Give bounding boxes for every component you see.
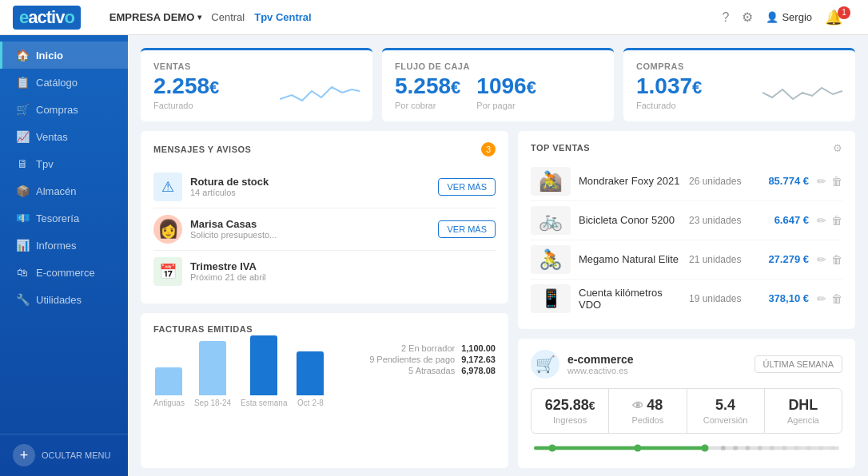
progress-svg <box>534 442 839 454</box>
mensajes-title: MENSAJES Y AVISOS <box>153 145 251 154</box>
central-link[interactable]: Central <box>211 11 245 23</box>
edit-icon-1[interactable]: ✏ <box>817 214 826 227</box>
delete-icon-1[interactable]: 🗑 <box>831 214 842 227</box>
delete-icon-3[interactable]: 🗑 <box>831 292 842 305</box>
tv-units-3: 19 unidades <box>689 293 745 304</box>
settings-icon[interactable]: ⚙ <box>742 10 753 25</box>
msg-item-trimestre: 📅 Trimestre IVA Próximo 21 de abril <box>153 251 496 292</box>
top-ventas-card: TOP VENTAS ⚙ 🚵 Mondraker Foxy 2021 26 un… <box>518 131 855 329</box>
ecommerce-card: 🛒 e-commerce www.eactivo.es ÚLTIMA SEMAN… <box>518 339 855 468</box>
tv-actions-1: ✏ 🗑 <box>817 214 842 227</box>
svg-point-8 <box>794 446 798 450</box>
sidebar-item-informes[interactable]: 📊 Informes <box>0 232 128 259</box>
help-icon[interactable]: ? <box>723 10 730 25</box>
legend-row-2: 5 Atrasadas 6,978.08 <box>408 366 496 375</box>
sidebar-item-tpv[interactable]: 🖥 Tpv <box>0 150 128 177</box>
sidebar-item-ecommerce[interactable]: 🛍 E-commerce <box>0 259 128 286</box>
semana-button[interactable]: ÚLTIMA SEMANA <box>755 355 842 373</box>
rotura-icon: ⚠ <box>153 173 182 201</box>
sidebar-item-catalogo[interactable]: 📋 Catálogo <box>0 69 128 96</box>
user-icon: 👤 <box>766 11 778 23</box>
facturas-title: FACTURAS EMITIDAS <box>153 324 253 334</box>
middle-row: MENSAJES Y AVISOS 3 ⚠ Rotura de stock 14… <box>141 131 855 468</box>
svg-rect-1 <box>534 446 705 450</box>
compras-sparkline <box>762 75 842 110</box>
trimestre-text: Trimestre IVA Próximo 21 de abril <box>190 260 496 282</box>
utilities-icon: 🔧 <box>15 293 30 306</box>
svg-point-6 <box>770 446 774 450</box>
gear-icon[interactable]: ⚙ <box>833 142 842 154</box>
rotura-ver-mas-button[interactable]: VER MÁS <box>438 178 496 196</box>
tv-actions-0: ✏ 🗑 <box>817 175 842 188</box>
top-cards-row: VENTAS 2.258€ Facturado FLUJO DE CAJA <box>141 48 855 121</box>
rotura-text: Rotura de stock 14 artículos <box>190 176 430 197</box>
topnav-right: ? ⚙ 👤 Sergio 🔔 1 <box>723 9 855 26</box>
tv-row-3: 📱 Cuenta kilómetros VDO 19 unidades 378,… <box>531 280 842 318</box>
hide-menu-area[interactable]: + OCULTAR MENU <box>0 434 128 476</box>
marisa-text: Marisa Casas Solicito presupuesto... <box>190 218 430 240</box>
ventas-value: 2.258€ <box>153 74 219 99</box>
bar-esta-fill <box>250 335 277 395</box>
shopping-icon: 🛒 <box>15 103 30 116</box>
sidebar-item-inicio[interactable]: 🏠 Inicio <box>0 42 128 69</box>
calendar-icon: 📅 <box>153 257 182 286</box>
chevron-down-icon: ▾ <box>197 13 201 22</box>
user-menu[interactable]: 👤 Sergio <box>766 11 812 23</box>
edit-icon-3[interactable]: ✏ <box>817 292 826 305</box>
ecommerce-info: e-commerce www.eactivo.es <box>567 353 634 375</box>
sales-icon: 📈 <box>15 130 30 143</box>
delete-icon-2[interactable]: 🗑 <box>831 253 842 266</box>
sidebar: 🏠 Inicio 📋 Catálogo 🛒 Compras 📈 Ventas 🖥… <box>0 35 128 476</box>
top-ventas-header: TOP VENTAS ⚙ <box>531 142 842 154</box>
topnav-links: EMPRESA DEMO ▾ Central Tpv Central <box>109 11 312 23</box>
marisa-ver-mas-button[interactable]: VER MÁS <box>438 220 496 238</box>
tv-name-0: Mondraker Foxy 2021 <box>579 175 681 187</box>
ec-metric-conversion: 5.4 Conversión <box>687 389 765 433</box>
logo[interactable]: eactivo <box>13 6 81 30</box>
bar-sep-fill <box>199 341 226 395</box>
notif-badge: 1 <box>838 6 850 19</box>
home-icon: 🏠 <box>15 49 30 61</box>
tv-name-1: Bicicleta Conor 5200 <box>579 214 681 226</box>
msg-item-rotura: ⚠ Rotura de stock 14 artículos VER MÁS <box>153 166 496 208</box>
tv-row-2: 🚴 Megamo Natural Elite 21 unidades 27.27… <box>531 240 842 280</box>
legend-row-0: 2 En borrador 1,100.00 <box>401 343 496 353</box>
svg-point-7 <box>782 446 786 450</box>
add-button[interactable]: + <box>13 444 35 466</box>
ecommerce-header: 🛒 e-commerce www.eactivo.es ÚLTIMA SEMAN… <box>531 350 842 379</box>
main-content: VENTAS 2.258€ Facturado FLUJO DE CAJA <box>128 35 868 476</box>
facturas-card: FACTURAS EMITIDAS Antiguas <box>141 313 508 468</box>
delete-icon-0[interactable]: 🗑 <box>831 175 842 188</box>
svg-point-5 <box>758 446 762 450</box>
edit-icon-2[interactable]: ✏ <box>817 253 826 266</box>
flujo-pagar-label: Por pagar <box>476 101 536 110</box>
sidebar-item-tesoreria[interactable]: 💶 Tesorería <box>0 204 128 232</box>
compras-value: 1.037€ <box>636 74 702 99</box>
facturas-header: FACTURAS EMITIDAS <box>153 324 496 334</box>
svg-point-3 <box>733 446 738 450</box>
bar-sep: Sep 18-24 <box>194 341 231 407</box>
eye-icon: 👁 <box>632 399 643 412</box>
notifications[interactable]: 🔔 1 <box>825 9 855 26</box>
ecommerce-logo: 🛒 <box>531 350 559 379</box>
tv-units-0: 26 unidades <box>689 176 745 187</box>
compras-label: COMPRAS <box>636 61 842 71</box>
ventas-sub: Facturado <box>153 101 219 110</box>
sidebar-item-ventas[interactable]: 📈 Ventas <box>0 123 128 150</box>
mensajes-badge: 3 <box>481 142 496 157</box>
svg-point-2 <box>721 446 726 450</box>
right-col: TOP VENTAS ⚙ 🚵 Mondraker Foxy 2021 26 un… <box>518 131 855 468</box>
empresa-link[interactable]: EMPRESA DEMO ▾ <box>109 11 201 23</box>
tv-units-1: 23 unidades <box>689 215 745 226</box>
svg-point-10 <box>818 446 823 450</box>
marisa-avatar: 👩 <box>153 215 182 244</box>
edit-icon-0[interactable]: ✏ <box>817 175 826 188</box>
ecommerce-name: e-commerce <box>567 353 634 366</box>
sidebar-item-compras[interactable]: 🛒 Compras <box>0 96 128 123</box>
compras-card: COMPRAS 1.037€ Facturado <box>623 48 855 121</box>
tpv-central-link[interactable]: Tpv Central <box>254 11 312 23</box>
sidebar-item-almacen[interactable]: 📦 Almacén <box>0 177 128 204</box>
legend-row-1: 9 Pendientes de pago 9,172.63 <box>369 355 496 364</box>
bar-oct: Oct 2-8 <box>297 351 324 407</box>
sidebar-item-utilidades[interactable]: 🔧 Utilidades <box>0 286 128 313</box>
